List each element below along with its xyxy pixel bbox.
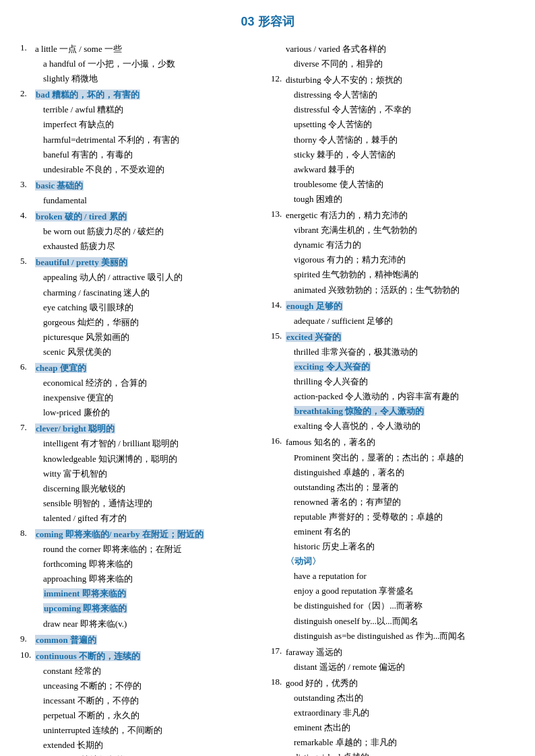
- entry-content: broken 破的 / tired 累的be worn out 筋疲力尽的 / …: [35, 209, 264, 254]
- entry-index: 10.: [20, 649, 35, 756]
- entry-line: uninterrupted 连续的，不间断的: [43, 723, 264, 738]
- entry-content: clever/ bright 聪明的intelligent 有才智的 / bri…: [35, 421, 264, 526]
- entry-row: 14.enough 足够的adequate / sufficient 足够的: [271, 299, 515, 329]
- entry-line: economical 经济的，合算的: [43, 376, 264, 390]
- entry-index: 17.: [271, 645, 286, 675]
- entry-line: distinguish as=be distinguished as 作为...…: [294, 629, 515, 644]
- entry-line: perpetual 不断的，永久的: [43, 708, 264, 723]
- entry-line: Prominent 突出的，显著的；杰出的；卓越的: [294, 450, 515, 465]
- entry-line: dynamic 有活力的: [294, 238, 515, 252]
- entry-line: outstanding 杰出的；显著的: [294, 480, 515, 495]
- entry-row: 16.famous 知名的，著名的Prominent 突出的，显著的；杰出的；卓…: [271, 435, 515, 643]
- entry-line: 〈动词〉: [286, 554, 515, 569]
- entry-line: troublesome 使人苦恼的: [294, 177, 515, 192]
- entry-line: extraordinary 非凡的: [294, 706, 515, 720]
- entry-line: thrilled 非常兴奋的，极其激动的: [294, 345, 515, 359]
- entry-line: be worn out 筋疲力尽的 / 破烂的: [43, 224, 264, 239]
- entry-content: enough 足够的adequate / sufficient 足够的: [286, 299, 515, 329]
- entry-index: 15.: [271, 330, 286, 434]
- entry-line: forthcoming 即将来临的: [43, 557, 264, 572]
- entry-row: 2.bad 糟糕的，坏的，有害的terrible / awful 糟糕的impe…: [20, 88, 264, 177]
- entry-line: fundamental: [43, 193, 264, 208]
- entry-index: 2.: [20, 88, 35, 177]
- entry-line: faraway 遥远的: [286, 645, 515, 660]
- entry-line: eminent 有名的: [294, 524, 515, 539]
- entry-index: 8.: [20, 527, 35, 631]
- entry-line: distressing 令人苦恼的: [294, 88, 515, 102]
- entry-line: tough 困难的: [294, 192, 515, 207]
- entry-content: cheap 便宜的economical 经济的，合算的inexpensive 便…: [35, 361, 264, 420]
- entry-content: energetic 有活力的，精力充沛的vibrant 充满生机的，生气勃勃的d…: [286, 208, 515, 298]
- entry-line: beautiful / pretty 美丽的: [35, 255, 264, 270]
- entry-line: harmful=detrimental 不利的，有害的: [43, 133, 264, 147]
- entry-row: 18.good 好的，优秀的outstanding 杰出的extraordina…: [271, 676, 515, 756]
- entry-content: continuous 不断的，连续的constant 经常的unceasing …: [35, 649, 264, 756]
- entry-line: eye catching 吸引眼球的: [43, 300, 264, 315]
- entry-line: vigorous 有力的；精力充沛的: [294, 252, 515, 267]
- entry-line: sensible 明智的，通情达理的: [43, 496, 264, 511]
- entry-line: extended 长期的: [43, 738, 264, 753]
- entry-row: 8.coming 即将来临的/ nearby 在附近；附近的round the …: [20, 527, 264, 631]
- entry-line: spirited 生气勃勃的，精神饱满的: [294, 267, 515, 282]
- keyword-highlight: continuous 不断的，连续的: [35, 651, 141, 661]
- entry-line: awkward 棘手的: [294, 162, 515, 177]
- entry-line: distant 遥远的 / remote 偏远的: [294, 660, 515, 675]
- entry-line: good 好的，优秀的: [286, 676, 515, 691]
- entry-index: 14.: [271, 299, 286, 329]
- entry-line: picturesque 风景如画的: [43, 330, 264, 345]
- entry-line: cheap 便宜的: [35, 361, 264, 376]
- entry-content: disturbing 令人不安的；烦扰的distressing 令人苦恼的dis…: [286, 73, 515, 207]
- entry-row: 13.energetic 有活力的，精力充沛的vibrant 充满生机的，生气勃…: [271, 208, 515, 298]
- entry-line: gorgeous 灿烂的，华丽的: [43, 315, 264, 330]
- entry-row: 4.broken 破的 / tired 累的be worn out 筋疲力尽的 …: [20, 209, 264, 254]
- entry-line: incessant 不断的，不停的: [43, 693, 264, 708]
- entry-line: various / varied 各式各样的: [286, 42, 515, 57]
- entry-content: a little 一点 / some 一些a handful of 一小把，一小…: [35, 42, 264, 86]
- entry-line: thrilling 令人兴奋的: [294, 374, 515, 389]
- entry-line: talented / gifted 有才的: [43, 511, 264, 526]
- entry-line: coming 即将来临的/ nearby 在附近；附近的: [35, 527, 264, 542]
- entry-line: prolonged 持续很久的: [43, 753, 264, 756]
- entry-line: intelligent 有才智的 / brilliant 聪明的: [43, 436, 264, 451]
- entry-line: animated 兴致勃勃的；活跃的；生气勃勃的: [294, 283, 515, 298]
- entry-line: enough 足够的: [286, 299, 515, 314]
- entry-line: outstanding 杰出的: [294, 691, 515, 706]
- entry-row: 6.cheap 便宜的economical 经济的，合算的inexpensive…: [20, 361, 264, 420]
- entry-row: 12.disturbing 令人不安的；烦扰的distressing 令人苦恼的…: [271, 73, 515, 207]
- entry-index: 5.: [20, 255, 35, 359]
- page-container: 03 形容词 1.a little 一点 / some 一些a handful …: [20, 13, 515, 756]
- entry-line: distinguished 卓越的，著名的: [294, 465, 515, 480]
- keyword-highlight: beautiful / pretty 美丽的: [35, 257, 128, 267]
- entry-line: diverse 不同的，相异的: [294, 57, 515, 71]
- entry-index: 13.: [271, 208, 286, 298]
- entry-content: common 普遍的: [35, 633, 264, 648]
- keyword-highlight: clever/ bright 聪明的: [35, 423, 115, 434]
- right-column: various / varied 各式各样的diverse 不同的，相异的12.…: [271, 42, 515, 756]
- entry-index: 1.: [20, 42, 35, 86]
- entry-line: imperfect 有缺点的: [43, 117, 264, 132]
- entry-line: historic 历史上著名的: [294, 539, 515, 554]
- entry-line: distressful 令人苦恼的，不幸的: [294, 102, 515, 117]
- entry-line: distinguish oneself by...以...而闻名: [294, 614, 515, 629]
- keyword-highlight: common 普遍的: [35, 635, 97, 645]
- entry-index: 16.: [271, 435, 286, 643]
- entry-line: continuous 不断的，连续的: [35, 649, 264, 664]
- entry-row: 3.basic 基础的fundamental: [20, 178, 264, 208]
- entry-line: exciting 令人兴奋的: [294, 359, 515, 374]
- entry-index: 9.: [20, 633, 35, 648]
- entry-row: 1.a little 一点 / some 一些a handful of 一小把，…: [20, 42, 264, 86]
- page-title: 03 形容词: [20, 13, 515, 30]
- entry-line: a little 一点 / some 一些: [35, 42, 264, 57]
- entry-row: 9.common 普遍的: [20, 633, 264, 648]
- entry-content: basic 基础的fundamental: [35, 178, 264, 208]
- keyword-highlight: upcoming 即将来临的: [43, 603, 127, 613]
- entry-line: eminent 杰出的: [294, 720, 515, 735]
- entry-line: exhausted 筋疲力尽: [43, 239, 264, 254]
- keyword-highlight: bad 糟糕的，坏的，有害的: [35, 90, 140, 100]
- entry-line: witty 富于机智的: [43, 467, 264, 481]
- entry-content: bad 糟糕的，坏的，有害的terrible / awful 糟糕的imperf…: [35, 88, 264, 177]
- entry-index: 6.: [20, 361, 35, 420]
- entry-line: broken 破的 / tired 累的: [35, 209, 264, 224]
- entry-line: action-packed 令人激动的，内容丰富有趣的: [294, 389, 515, 404]
- entry-line: knowledgeable 知识渊博的，聪明的: [43, 452, 264, 467]
